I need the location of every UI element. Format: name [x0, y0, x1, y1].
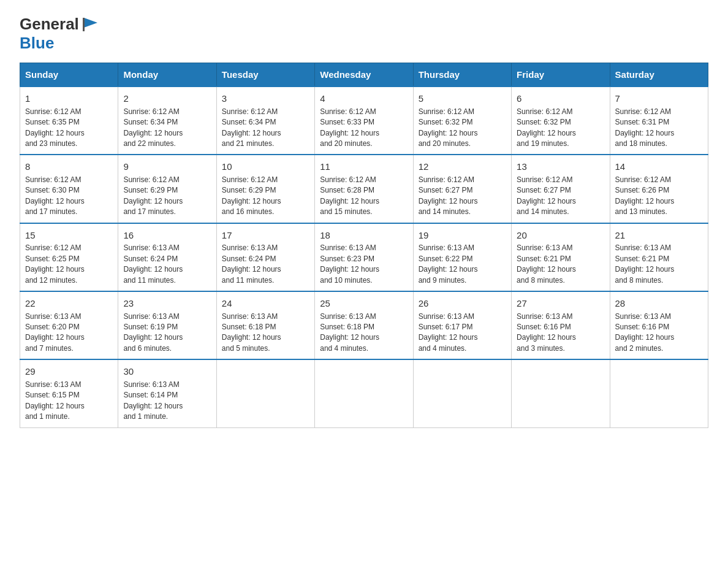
calendar-week-1: 1Sunrise: 6:12 AMSunset: 6:35 PMDaylight… [20, 86, 708, 155]
calendar-cell: 15Sunrise: 6:12 AMSunset: 6:25 PMDayligh… [20, 223, 118, 291]
day-info-block: Sunrise: 6:12 AMSunset: 6:35 PMDaylight:… [25, 107, 113, 150]
day-number: 29 [25, 365, 113, 378]
col-header-saturday: Saturday [610, 63, 708, 87]
day-number: 4 [320, 92, 408, 105]
day-info-block: Sunrise: 6:12 AMSunset: 6:34 PMDaylight:… [123, 107, 211, 150]
day-info-block: Sunrise: 6:13 AMSunset: 6:14 PMDaylight:… [123, 380, 211, 423]
calendar-cell: 6Sunrise: 6:12 AMSunset: 6:32 PMDaylight… [512, 86, 610, 155]
day-info-block: Sunrise: 6:12 AMSunset: 6:32 PMDaylight:… [517, 107, 604, 150]
day-info-block: Sunrise: 6:12 AMSunset: 6:28 PMDaylight:… [320, 175, 408, 218]
day-number: 21 [615, 229, 703, 242]
day-number: 17 [222, 229, 309, 242]
calendar-week-2: 8Sunrise: 6:12 AMSunset: 6:30 PMDaylight… [20, 155, 708, 223]
day-number: 13 [517, 160, 604, 174]
logo-general-text: General [20, 15, 79, 34]
day-info-block: Sunrise: 6:13 AMSunset: 6:24 PMDaylight:… [222, 243, 309, 286]
day-number: 15 [25, 229, 113, 242]
calendar-cell: 23Sunrise: 6:13 AMSunset: 6:19 PMDayligh… [118, 291, 216, 359]
day-info-block: Sunrise: 6:13 AMSunset: 6:18 PMDaylight:… [222, 312, 309, 354]
day-number: 26 [419, 297, 506, 310]
col-header-thursday: Thursday [413, 63, 511, 87]
day-info-block: Sunrise: 6:13 AMSunset: 6:15 PMDaylight:… [25, 380, 113, 423]
calendar-cell: 30Sunrise: 6:13 AMSunset: 6:14 PMDayligh… [118, 359, 216, 427]
day-info-block: Sunrise: 6:13 AMSunset: 6:23 PMDaylight:… [320, 243, 408, 286]
day-info-block: Sunrise: 6:13 AMSunset: 6:22 PMDaylight:… [419, 243, 506, 286]
calendar-cell: 14Sunrise: 6:12 AMSunset: 6:26 PMDayligh… [610, 155, 708, 223]
day-info-block: Sunrise: 6:12 AMSunset: 6:31 PMDaylight:… [615, 107, 703, 150]
day-info-block: Sunrise: 6:13 AMSunset: 6:16 PMDaylight:… [615, 312, 703, 354]
svg-rect-1 [83, 18, 85, 31]
day-number: 16 [123, 229, 211, 242]
day-info-block: Sunrise: 6:12 AMSunset: 6:29 PMDaylight:… [123, 175, 211, 218]
day-info-block: Sunrise: 6:13 AMSunset: 6:19 PMDaylight:… [123, 312, 211, 354]
calendar-cell: 20Sunrise: 6:13 AMSunset: 6:21 PMDayligh… [512, 223, 610, 291]
calendar-cell: 5Sunrise: 6:12 AMSunset: 6:32 PMDaylight… [413, 86, 511, 155]
col-header-sunday: Sunday [20, 63, 118, 87]
day-number: 2 [123, 92, 211, 105]
calendar-cell [512, 359, 610, 427]
calendar-cell: 24Sunrise: 6:13 AMSunset: 6:18 PMDayligh… [216, 291, 314, 359]
calendar-cell: 11Sunrise: 6:12 AMSunset: 6:28 PMDayligh… [315, 155, 413, 223]
calendar-table: SundayMondayTuesdayWednesdayThursdayFrid… [20, 63, 708, 428]
day-number: 25 [320, 297, 408, 310]
day-info-block: Sunrise: 6:13 AMSunset: 6:21 PMDaylight:… [517, 243, 604, 286]
calendar-cell: 28Sunrise: 6:13 AMSunset: 6:16 PMDayligh… [610, 291, 708, 359]
calendar-cell [413, 359, 511, 427]
calendar-cell: 12Sunrise: 6:12 AMSunset: 6:27 PMDayligh… [413, 155, 511, 223]
day-number: 1 [25, 92, 113, 105]
calendar-cell: 18Sunrise: 6:13 AMSunset: 6:23 PMDayligh… [315, 223, 413, 291]
day-number: 11 [320, 160, 408, 174]
calendar-cell: 16Sunrise: 6:13 AMSunset: 6:24 PMDayligh… [118, 223, 216, 291]
page-header: General Blue [20, 15, 708, 53]
calendar-cell: 22Sunrise: 6:13 AMSunset: 6:20 PMDayligh… [20, 291, 118, 359]
calendar-cell: 10Sunrise: 6:12 AMSunset: 6:29 PMDayligh… [216, 155, 314, 223]
calendar-cell: 26Sunrise: 6:13 AMSunset: 6:17 PMDayligh… [413, 291, 511, 359]
day-info-block: Sunrise: 6:12 AMSunset: 6:33 PMDaylight:… [320, 107, 408, 150]
logo: General Blue [20, 15, 99, 53]
day-number: 27 [517, 297, 604, 310]
day-info-block: Sunrise: 6:12 AMSunset: 6:34 PMDaylight:… [222, 107, 309, 150]
logo-container: General Blue [20, 15, 99, 53]
calendar-cell: 3Sunrise: 6:12 AMSunset: 6:34 PMDaylight… [216, 86, 314, 155]
day-info-block: Sunrise: 6:12 AMSunset: 6:29 PMDaylight:… [222, 175, 309, 218]
calendar-cell: 17Sunrise: 6:13 AMSunset: 6:24 PMDayligh… [216, 223, 314, 291]
day-info-block: Sunrise: 6:12 AMSunset: 6:27 PMDaylight:… [419, 175, 506, 218]
day-number: 12 [419, 160, 506, 174]
day-info-block: Sunrise: 6:12 AMSunset: 6:32 PMDaylight:… [419, 107, 506, 150]
day-number: 18 [320, 229, 408, 242]
col-header-monday: Monday [118, 63, 216, 87]
calendar-header: SundayMondayTuesdayWednesdayThursdayFrid… [20, 63, 708, 87]
day-info-block: Sunrise: 6:13 AMSunset: 6:18 PMDaylight:… [320, 312, 408, 354]
col-header-friday: Friday [512, 63, 610, 87]
calendar-cell: 2Sunrise: 6:12 AMSunset: 6:34 PMDaylight… [118, 86, 216, 155]
calendar-cell: 29Sunrise: 6:13 AMSunset: 6:15 PMDayligh… [20, 359, 118, 427]
calendar-cell: 8Sunrise: 6:12 AMSunset: 6:30 PMDaylight… [20, 155, 118, 223]
day-info-block: Sunrise: 6:13 AMSunset: 6:17 PMDaylight:… [419, 312, 506, 354]
day-info-block: Sunrise: 6:13 AMSunset: 6:16 PMDaylight:… [517, 312, 604, 354]
calendar-cell [315, 359, 413, 427]
calendar-cell: 1Sunrise: 6:12 AMSunset: 6:35 PMDaylight… [20, 86, 118, 155]
calendar-week-5: 29Sunrise: 6:13 AMSunset: 6:15 PMDayligh… [20, 359, 708, 427]
svg-marker-0 [84, 18, 97, 28]
col-header-tuesday: Tuesday [216, 63, 314, 87]
calendar-week-3: 15Sunrise: 6:12 AMSunset: 6:25 PMDayligh… [20, 223, 708, 291]
calendar-cell: 4Sunrise: 6:12 AMSunset: 6:33 PMDaylight… [315, 86, 413, 155]
calendar-cell: 9Sunrise: 6:12 AMSunset: 6:29 PMDaylight… [118, 155, 216, 223]
calendar-cell [216, 359, 314, 427]
calendar-cell: 7Sunrise: 6:12 AMSunset: 6:31 PMDaylight… [610, 86, 708, 155]
day-number: 20 [517, 229, 604, 242]
calendar-cell: 21Sunrise: 6:13 AMSunset: 6:21 PMDayligh… [610, 223, 708, 291]
day-info-block: Sunrise: 6:13 AMSunset: 6:24 PMDaylight:… [123, 243, 211, 286]
day-info-block: Sunrise: 6:13 AMSunset: 6:20 PMDaylight:… [25, 312, 113, 354]
calendar-cell [610, 359, 708, 427]
day-number: 6 [517, 92, 604, 105]
calendar-week-4: 22Sunrise: 6:13 AMSunset: 6:20 PMDayligh… [20, 291, 708, 359]
col-header-wednesday: Wednesday [315, 63, 413, 87]
calendar-cell: 27Sunrise: 6:13 AMSunset: 6:16 PMDayligh… [512, 291, 610, 359]
day-number: 7 [615, 92, 703, 105]
day-number: 22 [25, 297, 113, 310]
day-number: 23 [123, 297, 211, 310]
day-number: 10 [222, 160, 309, 174]
day-number: 19 [419, 229, 506, 242]
day-info-block: Sunrise: 6:13 AMSunset: 6:21 PMDaylight:… [615, 243, 703, 286]
